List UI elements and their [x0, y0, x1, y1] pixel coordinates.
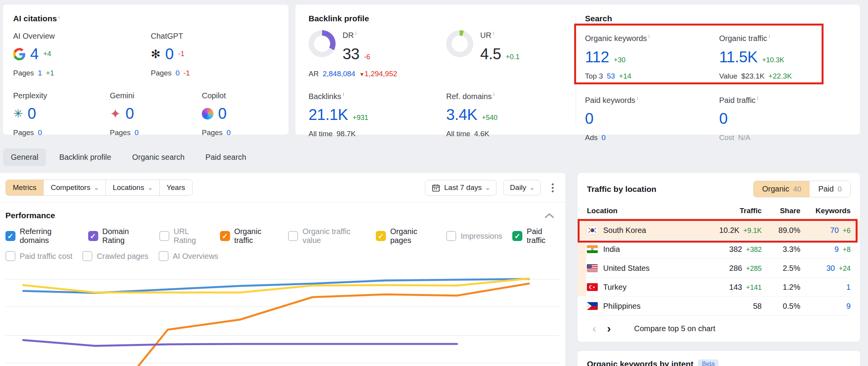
- checkbox-unchecked[interactable]: [159, 251, 169, 261]
- col-keywords[interactable]: Keywords: [800, 207, 851, 215]
- info-icon[interactable]: i: [355, 30, 356, 36]
- segment-competitors[interactable]: Competitors⌄: [43, 180, 105, 195]
- more-options-button[interactable]: [548, 181, 558, 195]
- toggle-paid-traffic[interactable]: Paid traffic: [512, 227, 560, 245]
- backlink-profile-section: Backlink profile DRi 33-6 URi 4.5+0.1: [309, 14, 575, 138]
- ref-domains-value[interactable]: 3.4K: [446, 106, 477, 123]
- chevron-down-icon: ⌄: [147, 185, 153, 191]
- location-row-philippines[interactable]: Philippines 58 0.5% 9: [587, 296, 851, 315]
- toggle-organic-traffic-value[interactable]: Organic traffic value: [288, 227, 366, 245]
- report-tabs: General Backlink profile Organic search …: [3, 149, 254, 166]
- compare-top5-link[interactable]: Compare top 5 on chart: [634, 324, 715, 333]
- segment-metrics[interactable]: Metrics: [6, 180, 43, 195]
- turkey-flag-icon: [587, 283, 598, 291]
- toggle-referring-domains[interactable]: Referring domains: [5, 227, 78, 245]
- location-row-india[interactable]: India 382+382 3.3% 9+8: [587, 239, 851, 258]
- checkbox-checked[interactable]: [220, 231, 230, 241]
- toggle-organic[interactable]: Organic40: [754, 181, 810, 197]
- segment-years[interactable]: Years: [159, 180, 192, 195]
- perplexity-value: 0: [27, 105, 36, 122]
- paid-traffic-value: 0: [719, 110, 728, 127]
- paid-keywords-value: 0: [585, 110, 593, 127]
- toggle-domain-rating[interactable]: Domain Rating: [88, 227, 149, 245]
- checkbox-unchecked[interactable]: [82, 251, 92, 261]
- checkbox-unchecked[interactable]: [288, 231, 298, 241]
- chatgpt-delta: -1: [178, 50, 184, 58]
- toggle-impressions[interactable]: Impressions: [446, 231, 502, 241]
- toggle-organic-traffic[interactable]: Organic traffic: [220, 227, 278, 245]
- backlink-profile-title: Backlink profile: [309, 14, 575, 23]
- organic-keywords-block: Organic keywordsi 112+30 Top 353+14: [585, 33, 719, 80]
- toggle-paid-traffic-cost[interactable]: Paid traffic cost: [5, 251, 72, 261]
- backlink-search-card: Backlink profile DRi 33-6 URi 4.5+0.1: [295, 5, 860, 135]
- chart-toolbar: Metrics Competitors⌄ Locations⌄ Years La…: [0, 173, 565, 202]
- toggle-organic-pages[interactable]: Organic pages: [376, 227, 436, 245]
- philippines-flag-icon: [587, 302, 598, 310]
- checkbox-unchecked[interactable]: [5, 251, 15, 261]
- dimension-segmented-control: Metrics Competitors⌄ Locations⌄ Years: [5, 180, 193, 196]
- organic-traffic-value[interactable]: 11.5K: [719, 48, 757, 66]
- paid-traffic-block: Paid traffici 0 CostN/A: [719, 95, 848, 142]
- checkbox-checked[interactable]: [88, 231, 98, 241]
- toggle-url-rating[interactable]: URL Rating: [159, 227, 210, 245]
- col-location[interactable]: Location: [587, 207, 696, 215]
- info-icon[interactable]: i: [493, 91, 495, 97]
- info-icon[interactable]: i: [648, 33, 650, 39]
- granularity-button[interactable]: Daily⌄: [503, 180, 541, 195]
- organic-keywords-value[interactable]: 112: [585, 48, 609, 66]
- info-icon[interactable]: i: [757, 95, 758, 101]
- pager-next-button[interactable]: ›: [602, 323, 616, 334]
- info-icon[interactable]: i: [493, 30, 494, 36]
- paid-keywords-block: Paid keywordsi 0 Ads0: [585, 95, 719, 142]
- united-states-flag-icon: [587, 264, 598, 272]
- google-icon: [13, 48, 26, 60]
- segment-locations[interactable]: Locations⌄: [106, 180, 159, 195]
- backlinks-block: Backlinksi 21.1K+931 All time98.7K: [309, 91, 446, 139]
- collapse-chevron-icon[interactable]: [544, 212, 554, 219]
- metric-toggles-row-1: Referring domains Domain Rating URL Rati…: [0, 220, 565, 245]
- col-traffic[interactable]: Traffic: [696, 207, 762, 215]
- checkbox-checked[interactable]: [512, 231, 522, 241]
- performance-header: Performance: [0, 202, 565, 220]
- intent-card: Organic keywords by intent Beta: [578, 351, 860, 366]
- gemini-value: 0: [126, 105, 134, 122]
- date-range-button[interactable]: Last 7 days⌄: [425, 180, 496, 196]
- toggle-ai-overviews[interactable]: AI Overviews: [159, 251, 218, 261]
- ai-overview-delta: +4: [43, 50, 51, 58]
- tab-general[interactable]: General: [3, 149, 46, 166]
- ur-block: URi 4.5+0.1: [446, 30, 520, 63]
- tab-organic-search[interactable]: Organic search: [124, 149, 193, 166]
- checkbox-checked[interactable]: [5, 231, 15, 241]
- info-icon[interactable]: i: [769, 33, 770, 39]
- traffic-by-location-title: Traffic by location: [587, 185, 657, 194]
- chevron-down-icon: ⌄: [93, 185, 99, 191]
- tab-backlink-profile[interactable]: Backlink profile: [51, 149, 119, 166]
- dr-block: DRi 33-6: [309, 30, 446, 63]
- copilot-value: 0: [218, 105, 227, 122]
- toggle-paid[interactable]: Paid0: [810, 181, 850, 197]
- checkbox-unchecked[interactable]: [159, 231, 169, 241]
- chevron-down-icon: ⌄: [485, 185, 491, 191]
- checkbox-unchecked[interactable]: [446, 231, 456, 241]
- toggle-crawled-pages[interactable]: Crawled pages: [82, 251, 148, 261]
- chatgpt-value: 0: [165, 45, 174, 63]
- location-row-united-states[interactable]: United States 286+285 2.5% 30+24: [587, 258, 851, 277]
- info-icon[interactable]: i: [637, 95, 638, 101]
- ai-citations-card: AI citationsi AI Overview 4 +4 Pages1+1 …: [3, 5, 288, 135]
- dr-value: 33: [343, 45, 360, 63]
- tab-paid-search[interactable]: Paid search: [198, 149, 254, 166]
- info-icon[interactable]: i: [58, 14, 60, 20]
- performance-card: Metrics Competitors⌄ Locations⌄ Years La…: [0, 173, 565, 366]
- pager-prev-button[interactable]: ‹: [587, 323, 602, 334]
- organic-paid-toggle: Organic40 Paid0: [753, 181, 851, 197]
- location-table-header: Location Traffic Share Keywords: [587, 207, 851, 221]
- checkbox-checked[interactable]: [376, 231, 386, 241]
- info-icon[interactable]: i: [343, 91, 344, 97]
- location-row-south-korea[interactable]: South Korea 10.2K+9.1K 89.0% 70+6: [578, 221, 860, 239]
- ai-citations-title: AI citationsi: [13, 14, 278, 23]
- copilot-icon: [202, 108, 213, 120]
- traffic-card-header: Traffic by location Organic40 Paid0: [587, 181, 851, 197]
- location-row-turkey[interactable]: Turkey 143+141 1.2% 1: [587, 277, 851, 296]
- backlinks-value[interactable]: 21.1K: [309, 106, 348, 123]
- col-share[interactable]: Share: [762, 207, 800, 215]
